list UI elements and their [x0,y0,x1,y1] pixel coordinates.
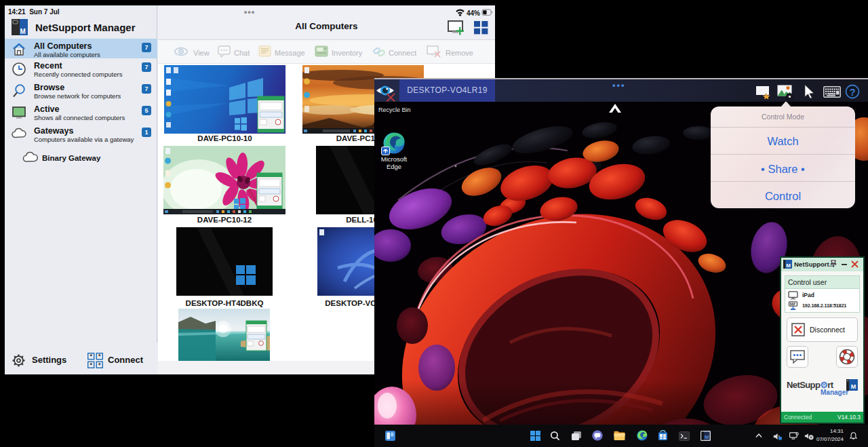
svg-text:44%: 44% [467,9,480,17]
svg-text:*: * [90,362,92,368]
svg-text:M: M [705,434,709,440]
svg-text:?: ? [849,86,855,98]
svg-text:*: * [90,353,92,359]
svg-text:*: * [98,353,101,359]
svg-text:M: M [20,28,26,35]
svg-text:*: * [98,362,101,368]
svg-text:M: M [786,263,791,269]
svg-text:M: M [851,383,856,390]
